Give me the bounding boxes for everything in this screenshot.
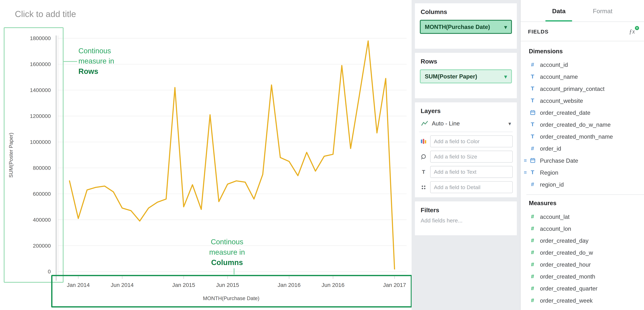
text-field-icon: T [529, 133, 536, 140]
field-item-account-lat[interactable]: #account_lat [529, 210, 644, 222]
rows-annotation-note: Continous measure in Rows [78, 46, 114, 77]
field-item-order-created-day[interactable]: #order_created_day [529, 234, 644, 246]
field-item-account-name[interactable]: Taccount_name [529, 70, 644, 82]
field-label: order_created_year [540, 309, 590, 310]
field-item-region-id[interactable]: #region_id [529, 178, 644, 190]
text-field-icon: T [529, 98, 536, 104]
mark-type-label: Auto - Line [432, 120, 504, 127]
add-calculated-field-icon[interactable]: ƒx+ [629, 28, 635, 35]
y-tick-label: 1000000 [30, 139, 51, 145]
field-item-region[interactable]: =TRegion [529, 166, 644, 178]
field-label: order_created_date [540, 109, 590, 116]
calculated-field-calendar-icon: = [529, 158, 536, 163]
measures-list: #account_lat#account_lon#order_created_d… [529, 210, 644, 310]
filters-drop-zone[interactable]: Add fields here... [421, 218, 513, 224]
color-well-row: Add a field to Color [419, 135, 513, 147]
number-icon: # [529, 249, 536, 256]
field-item-purchase-date[interactable]: =Purchase Date [529, 154, 644, 166]
number-icon: # [529, 273, 536, 279]
field-label: order_created_do_w [540, 249, 593, 256]
field-item-account-website[interactable]: Taccount_website [529, 94, 644, 106]
annotation-text-bold: Columns [200, 258, 254, 268]
panel-tabs: Data Format [520, 0, 644, 22]
field-item-account-lon[interactable]: #account_lon [529, 222, 644, 234]
rows-pill[interactable]: SUM(Poster Paper) ▾ [420, 69, 512, 83]
number-icon: # [529, 309, 536, 310]
size-well[interactable]: Add a field to Size [430, 150, 513, 162]
field-label: account_primary_contact [540, 85, 604, 92]
field-item-order-created-do-w-name[interactable]: Torder_created_do_w_name [529, 118, 644, 130]
columns-annotation-note: Continous measure in Columns [200, 237, 254, 268]
x-tick-label: Jan 2014 [67, 282, 90, 288]
text-well[interactable]: Add a field to Text [430, 166, 513, 178]
text-field-icon: T [529, 74, 536, 80]
field-label: order_created_quarter [540, 285, 598, 292]
mark-type-dropdown[interactable]: Auto - Line ▾ [419, 115, 513, 132]
chevron-down-icon[interactable]: ▾ [504, 73, 507, 80]
filters-card: Filters Add fields here... [415, 201, 517, 235]
columns-annotation-connector [234, 268, 234, 274]
shelves-panel: Columns MONTH(Purchase Date) ▾ Rows SUM(… [412, 0, 520, 310]
annotation-text: measure in [200, 247, 254, 258]
number-icon: # [529, 261, 536, 268]
x-tick-label: Jun 2015 [216, 282, 239, 288]
dimensions-list: #account_idTaccount_nameTaccount_primary… [529, 59, 644, 190]
field-item-order-created-week[interactable]: #order_created_week [529, 294, 644, 306]
x-tick-label: Jun 2014 [111, 282, 134, 288]
detail-well-placeholder: Add a field to Detail [434, 184, 480, 190]
x-tick-label: Jan 2017 [383, 282, 406, 288]
y-axis-title: SUM(Poster Paper) [8, 133, 14, 178]
size-icon [420, 154, 427, 160]
dimensions-section-title: Dimensions [529, 48, 644, 54]
y-tick-label: 200000 [33, 243, 51, 249]
fields-header: FIELDS ƒx+ [520, 22, 644, 41]
field-item-order-created-month[interactable]: #order_created_month [529, 270, 644, 282]
rows-shelf: Rows SUM(Poster Paper) ▾ [415, 53, 517, 98]
columns-shelf: Columns MONTH(Purchase Date) ▾ [415, 3, 517, 49]
field-item-order-id[interactable]: #order_id [529, 142, 644, 154]
calendar-icon [529, 110, 536, 115]
tab-data[interactable]: Data [550, 0, 567, 22]
field-label: region_id [540, 181, 564, 188]
rows-drop-zone[interactable] [419, 83, 513, 94]
columns-pill[interactable]: MONTH(Purchase Date) ▾ [420, 20, 512, 34]
number-icon: # [529, 237, 536, 244]
y-tick-label: 600000 [33, 191, 51, 197]
field-label: order_created_month [540, 273, 595, 280]
detail-icon [420, 184, 427, 190]
color-well-placeholder: Add a field to Color [434, 138, 480, 144]
field-label: Purchase Date [540, 157, 578, 164]
field-item-order-created-quarter[interactable]: #order_created_quarter [529, 282, 644, 294]
layers-card: Layers Auto - Line ▾ Add a field to Colo… [415, 102, 517, 197]
y-tick-label: 1800000 [30, 35, 51, 41]
detail-well[interactable]: Add a field to Detail [430, 181, 513, 193]
number-icon: # [529, 213, 536, 220]
color-well[interactable]: Add a field to Color [430, 135, 513, 147]
field-item-order-created-year[interactable]: #order_created_year [529, 306, 644, 310]
section-divider [526, 194, 644, 195]
field-item-order-created-do-w[interactable]: #order_created_do_w [529, 246, 644, 258]
field-item-order-created-date[interactable]: order_created_date [529, 106, 644, 118]
field-label: account_lon [540, 225, 571, 232]
field-label: account_name [540, 73, 578, 80]
chevron-down-icon[interactable]: ▾ [508, 120, 511, 126]
series-line[interactable] [70, 41, 394, 269]
field-item-account-primary-contact[interactable]: Taccount_primary_contact [529, 82, 644, 94]
columns-pill-label: MONTH(Purchase Date) [425, 24, 490, 30]
field-item-account-id[interactable]: #account_id [529, 59, 644, 70]
tab-format[interactable]: Format [591, 0, 614, 22]
columns-drop-zone[interactable] [419, 34, 513, 44]
layers-title: Layers [421, 107, 513, 114]
line-mark-icon [421, 120, 428, 126]
chevron-down-icon[interactable]: ▾ [504, 24, 507, 30]
field-item-order-created-hour[interactable]: #order_created_hour [529, 258, 644, 270]
field-item-order-created-month-name[interactable]: Torder_created_month_name [529, 130, 644, 142]
number-icon: # [529, 297, 536, 303]
fields-header-label: FIELDS [528, 28, 548, 34]
field-label: order_created_hour [540, 261, 591, 268]
size-well-row: Add a field to Size [419, 150, 513, 162]
rows-pill-label: SUM(Poster Paper) [425, 73, 477, 80]
x-tick-label: Jan 2015 [172, 282, 195, 288]
y-tick-label: 800000 [33, 165, 51, 171]
annotation-text: Continous [200, 237, 254, 247]
